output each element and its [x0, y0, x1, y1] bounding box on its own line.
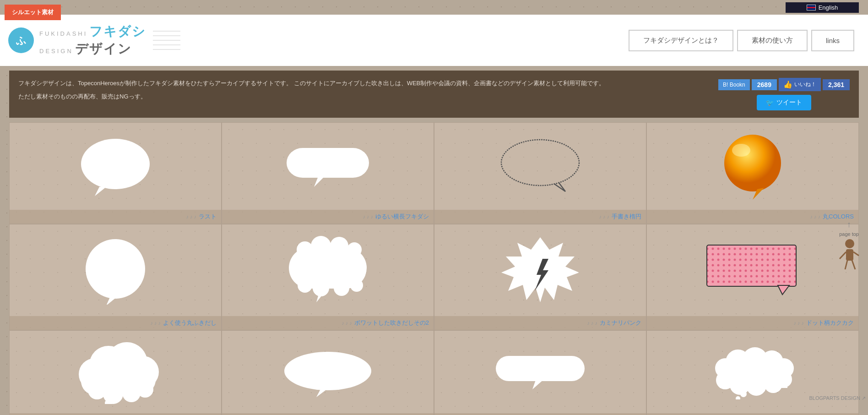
- bubble-svg-10: [280, 344, 376, 399]
- silhouette-button[interactable]: シルエット素材: [5, 5, 61, 20]
- page-top-button[interactable]: ↑ page top: [839, 220, 859, 237]
- bubble-img-8: [647, 224, 858, 316]
- svg-point-46: [284, 352, 371, 390]
- bubble-img-6: [222, 224, 434, 316]
- item-label-4: ♪ ♪ ♪ 丸COLORS: [647, 210, 858, 224]
- item-label-3: ♪ ♪ ♪ 手書き楕円: [434, 210, 646, 224]
- like-button[interactable]: 👍 いいね！: [779, 78, 821, 91]
- item-label-9: ♪ ♪: [10, 413, 221, 415]
- lang-label: English: [819, 4, 838, 11]
- grid-item-7[interactable]: ♪ ♪ ♪ カミナリパンク: [434, 224, 646, 330]
- bookn-button[interactable]: B! Bookn: [718, 79, 750, 90]
- nav-links-button[interactable]: links: [811, 30, 854, 51]
- svg-point-22: [347, 242, 362, 257]
- logo-text-area: FUKIDASHI フキダシ DESIGN デザイン: [39, 23, 146, 58]
- info-right: B! Bookn 2689 👍 いいね！ 2,361 🐦 ツイート: [718, 78, 850, 110]
- twitter-icon: 🐦: [766, 99, 774, 106]
- info-text-line1: フキダシデザインは、TopeconHeroesが制作したフキダシ素材をひたすらア…: [18, 78, 705, 88]
- grid-item-3[interactable]: ♪ ♪ ♪ 手書き楕円: [434, 122, 646, 224]
- label-text-1: ラスト: [199, 213, 217, 221]
- tweet-button[interactable]: 🐦 ツイート: [757, 95, 811, 110]
- label-text-8: ドット柄カクカク: [806, 319, 854, 327]
- item-label-10: ♪ ♪: [222, 413, 434, 415]
- bubble-svg-9: [72, 340, 159, 404]
- svg-point-25: [334, 280, 349, 296]
- bubble-svg-12: [707, 344, 798, 399]
- logo-circle-icon: ふ: [7, 27, 35, 54]
- item-label-7: ♪ ♪ ♪ カミナリパンク: [434, 316, 646, 330]
- svg-marker-49: [532, 380, 543, 389]
- header: ふ FUKIDASHI フキダシ DESIGN デザイン: [0, 15, 868, 66]
- bubble-img-5: [10, 224, 221, 316]
- logo-design: デザイン: [75, 40, 132, 58]
- grid-item-9[interactable]: ♪ ♪: [9, 330, 222, 415]
- thumbs-up-icon: 👍: [783, 80, 792, 89]
- svg-line-67: [845, 260, 847, 269]
- svg-point-24: [313, 280, 329, 296]
- grid-item-2[interactable]: ♪ ♪ ♪ ゆるい横長フキダシ: [222, 122, 434, 224]
- logo-decoration: [153, 27, 180, 54]
- grid-item-12[interactable]: ♪ ♪: [646, 330, 859, 415]
- bubble-svg-2: [282, 139, 374, 194]
- svg-point-19: [297, 241, 313, 258]
- svg-point-43: [137, 381, 153, 398]
- bubble-svg-5: [76, 236, 154, 305]
- grid-item-11[interactable]: ♪ ♪: [434, 330, 646, 415]
- svg-point-20: [311, 236, 331, 256]
- like-label: いいね！: [794, 81, 816, 88]
- bubble-img-1: [10, 123, 221, 210]
- bookmarks-row: B! Bookn 2689 👍 いいね！ 2,361: [718, 78, 850, 91]
- item-label-8: ♪ ♪ ♪ ドット柄カクカク: [647, 316, 858, 330]
- main-grid: ♪ ♪ ♪ ラスト ♪ ♪ ♪ ゆるい横長フキダシ ♪ ♪ ♪ 手書き楕円: [9, 122, 859, 415]
- bubble-svg-3: [494, 134, 586, 198]
- nav-about-button[interactable]: フキダシデザインとは？: [629, 30, 733, 51]
- page-top-label: page top: [839, 231, 859, 237]
- svg-rect-31: [707, 245, 796, 286]
- bubble-img-4: [647, 123, 858, 210]
- bubble-img-10: [222, 331, 434, 413]
- bookmark-count: 2689: [752, 79, 777, 90]
- up-arrow-icon: ↑: [847, 220, 851, 229]
- language-button[interactable]: English: [786, 2, 859, 13]
- nav-howto-button[interactable]: 素材の使い方: [737, 30, 808, 51]
- bubble-svg-6: [282, 236, 374, 305]
- item-label-1: ♪ ♪ ♪ ラスト: [10, 210, 221, 224]
- bubble-img-7: [434, 224, 646, 316]
- top-bar: English: [0, 0, 868, 15]
- grid-item-8[interactable]: ♪ ♪ ♪ ドット柄カクカク: [646, 224, 859, 330]
- nav-buttons: フキダシデザインとは？ 素材の使い方 links: [629, 30, 854, 51]
- bubble-svg-8: [705, 240, 801, 300]
- item-label-5: ♪ ♪ ♪ よく使う丸ふきだし: [10, 316, 221, 330]
- svg-marker-8: [95, 187, 106, 196]
- svg-text:ふ: ふ: [16, 35, 27, 46]
- grid-item-5[interactable]: ♪ ♪ ♪ よく使う丸ふきだし: [9, 224, 222, 330]
- label-text-3: 手書き楕円: [612, 213, 641, 221]
- info-text-line2: ただし素材そのものの再配布、販売はNGっす。: [18, 91, 705, 102]
- svg-point-7: [81, 139, 150, 189]
- label-text-2: ゆるい横長フキダシ: [375, 213, 429, 221]
- info-box: フキダシデザインは、TopeconHeroesが制作したフキダシ素材をひたすらア…: [9, 71, 859, 118]
- grid-item-4[interactable]: ♪ ♪ ♪ 丸COLORS: [646, 122, 859, 224]
- logo-sub-right: DESIGN: [39, 48, 73, 55]
- svg-rect-64: [846, 249, 853, 261]
- grid-item-10[interactable]: ♪ ♪: [222, 330, 434, 415]
- item-label-11: ♪ ♪: [434, 413, 646, 415]
- svg-point-15: [86, 239, 145, 299]
- svg-line-65: [840, 252, 846, 259]
- item-label-12: ♪ ♪: [647, 413, 858, 415]
- bubble-svg-11: [492, 349, 588, 395]
- grid-item-1[interactable]: ♪ ♪ ♪ ラスト: [9, 122, 222, 224]
- svg-point-11: [501, 140, 579, 186]
- logo-sub-left: FUKIDASHI: [39, 30, 87, 37]
- label-text-5: よく使う丸ふきだし: [163, 319, 217, 327]
- grid-item-6[interactable]: ♪ ♪ ♪ ボワットした吹きだしその2: [222, 224, 434, 330]
- bubble-svg-7: [499, 234, 581, 307]
- svg-point-62: [736, 396, 740, 399]
- svg-point-12: [724, 135, 781, 191]
- label-text-7: カミナリパンク: [600, 319, 641, 327]
- svg-rect-60: [720, 367, 787, 388]
- svg-point-14: [732, 144, 750, 157]
- mascot-image: [836, 238, 863, 279]
- bubble-img-2: [222, 123, 434, 210]
- svg-point-63: [845, 239, 854, 248]
